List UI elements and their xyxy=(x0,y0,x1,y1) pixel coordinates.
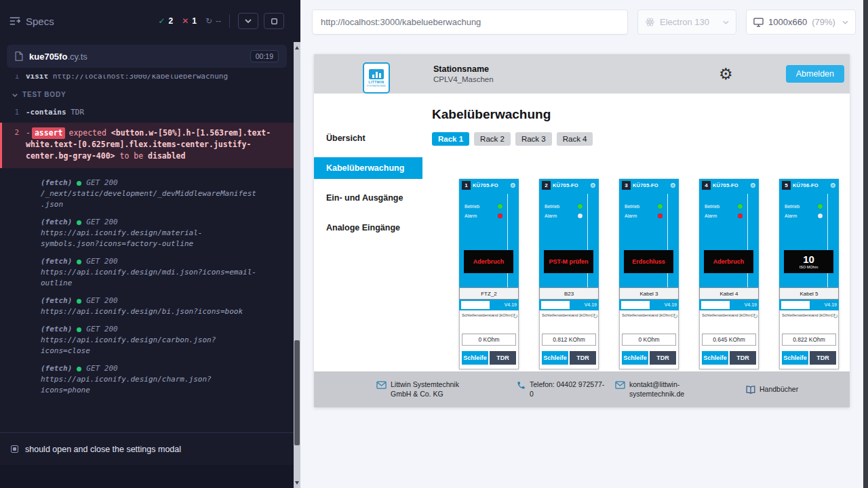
fetch-method-status: GET 200 xyxy=(86,256,117,267)
fetch-log-entry[interactable]: (fetch) GET 200 https://api.iconify.desi… xyxy=(41,217,294,249)
command-contains[interactable]: 1 -contains TDR xyxy=(0,106,294,119)
firmware-version: V4.19 xyxy=(665,302,677,307)
footer-contact-item[interactable]: Telefon: 04402 972577-0 xyxy=(517,380,606,399)
betrieb-led xyxy=(738,204,743,209)
stat-pending[interactable]: ↻-- xyxy=(205,16,221,26)
reporter-scrollbar[interactable] xyxy=(294,0,300,488)
app-nav: Übersicht Kabelüberwachung Ein- und Ausg… xyxy=(314,94,422,407)
refresh-icon[interactable]: ↻ xyxy=(753,313,758,319)
fetch-tag: (fetch) xyxy=(41,324,72,335)
station-label: Stationsname xyxy=(433,64,494,74)
measurement-value: 0.645 KOhm xyxy=(702,333,756,346)
status-ok-dot xyxy=(77,299,81,304)
schleife-button[interactable]: Schleife xyxy=(622,351,648,365)
measurement-value: 0.812 KOhm xyxy=(542,333,596,346)
module-cards: 1 KÜ705-FO ⚙ Betrieb Alarm Aderbruch FTZ… xyxy=(459,179,850,369)
address-bar[interactable] xyxy=(312,9,628,35)
scrollbar-thumb[interactable] xyxy=(294,340,300,445)
tdr-button[interactable]: TDR xyxy=(570,351,596,365)
tdr-button[interactable]: TDR xyxy=(490,351,516,365)
module-gear-icon[interactable]: ⚙ xyxy=(670,182,676,189)
window-scrollbar[interactable] xyxy=(863,0,868,488)
cypress-reporter: Specs ✓2 ✕1 ↻-- kue705fo.cy.ts 00:19 1 v… xyxy=(0,0,294,488)
display-box xyxy=(461,301,490,309)
status-ok-dot xyxy=(77,327,81,332)
fetch-log-entry[interactable]: (fetch) GET 200 https://api.iconify.desi… xyxy=(41,363,294,396)
app-header: LITTWIN SYSTEMTECHNIK Stationsname CPLV4… xyxy=(314,54,850,94)
refresh-icon[interactable]: ↻ xyxy=(833,313,838,319)
module-card: 5 KÜ706-FO ⚙ Betrieb Alarm 10 ISO MOhm K… xyxy=(779,179,839,369)
reporter-header: Specs ✓2 ✕1 ↻-- xyxy=(0,0,294,42)
schleife-button[interactable]: Schleife xyxy=(782,351,808,365)
refresh-icon[interactable]: ↻ xyxy=(673,313,678,319)
fetch-tag: (fetch) xyxy=(41,363,72,374)
url-input[interactable] xyxy=(321,17,619,27)
line-number: 2 xyxy=(2,127,26,162)
alarm-label: Alarm xyxy=(465,214,477,218)
refresh-icon[interactable]: ↻ xyxy=(593,313,598,319)
terminal-strip-line xyxy=(667,194,668,287)
collapse-chevron-button[interactable] xyxy=(238,13,258,29)
nav-item-kabelüberwachung[interactable]: Kabelüberwachung xyxy=(314,157,422,179)
x-icon: ✕ xyxy=(182,16,189,26)
module-number: 4 xyxy=(702,181,711,190)
tdr-button[interactable]: TDR xyxy=(650,351,676,365)
refresh-icon[interactable]: ↻ xyxy=(513,313,518,319)
module-gear-icon[interactable]: ⚙ xyxy=(750,182,756,189)
footer-contact-item[interactable]: Littwin Systemtechnik GmbH & Co. KG xyxy=(376,380,480,399)
scroll-up-arrow[interactable] xyxy=(294,43,300,52)
tdr-button[interactable]: TDR xyxy=(810,351,836,365)
status-main: Aderbruch xyxy=(713,258,745,265)
browser-label: Electron 130 xyxy=(660,17,709,27)
schleife-button[interactable]: Schleife xyxy=(702,351,728,365)
nav-item-analoge-eingänge[interactable]: Analoge Eingänge xyxy=(314,217,422,239)
rack-tab-rack-3[interactable]: Rack 3 xyxy=(515,132,552,146)
fetch-log-entry[interactable]: (fetch) GET 200 https://api.iconify.desi… xyxy=(41,296,294,317)
nav-item-übersicht[interactable]: Übersicht xyxy=(314,127,422,149)
spec-file-row[interactable]: kue705fo.cy.ts 00:19 xyxy=(7,45,287,68)
fetch-log-entry[interactable]: (fetch) GET 200 https://api.iconify.desi… xyxy=(41,256,294,289)
footer-contact-item[interactable]: kontakt@littwin-systemtechnik.de xyxy=(615,380,716,399)
alarm-led xyxy=(818,214,823,218)
status-main: 10 xyxy=(803,254,814,264)
module-gear-icon[interactable]: ⚙ xyxy=(510,182,516,189)
footer-item-text: Handbücher xyxy=(760,385,798,394)
module-number: 2 xyxy=(542,181,551,190)
measurement-value: 0 KOhm xyxy=(622,333,676,346)
tdr-button[interactable]: TDR xyxy=(730,351,756,365)
stat-passed[interactable]: ✓2 xyxy=(158,16,173,26)
stat-failed[interactable]: ✕1 xyxy=(182,16,197,26)
betrieb-label: Betrieb xyxy=(465,204,479,209)
command-visit[interactable]: 1 visit http://localhost:3000/kabelueber… xyxy=(0,75,294,82)
module-model: KÜ705-FO xyxy=(553,182,578,188)
specs-menu[interactable]: Specs xyxy=(9,16,54,27)
viewport-select[interactable]: 1000x660 (79%) xyxy=(746,9,856,35)
logo-subtext: SYSTEMTECHNIK xyxy=(367,85,386,87)
fetch-tag: (fetch) xyxy=(41,217,72,228)
fetch-log-entry[interactable]: (fetch) GET 200 /_next/static/developmen… xyxy=(41,178,294,210)
schleife-button[interactable]: Schleife xyxy=(462,351,488,365)
rack-tab-rack-1[interactable]: Rack 1 xyxy=(432,132,469,146)
module-gear-icon[interactable]: ⚙ xyxy=(830,182,836,189)
test-body-section[interactable]: TEST BODY xyxy=(0,82,294,106)
nav-item-ein-und-ausgänge[interactable]: Ein- und Ausgänge xyxy=(314,187,422,209)
stop-icon xyxy=(271,18,277,24)
module-gear-icon[interactable]: ⚙ xyxy=(590,182,596,189)
footer-contact-item[interactable]: Handbücher xyxy=(746,385,798,394)
fetch-log-entry[interactable]: (fetch) GET 200 https://api.iconify.desi… xyxy=(41,324,294,357)
settings-gear-icon[interactable]: ⚙ xyxy=(719,66,733,82)
next-test-row[interactable]: should open and close the settings modal xyxy=(0,432,294,465)
fetch-url: https://api.iconify.design/mdi.json?icon… xyxy=(41,267,259,289)
fetch-method-status: GET 200 xyxy=(86,324,117,335)
scroll-down-arrow[interactable] xyxy=(294,478,300,487)
browser-select[interactable]: Electron 130 xyxy=(637,9,736,35)
rack-tab-rack-4[interactable]: Rack 4 xyxy=(557,132,593,146)
rack-tab-rack-2[interactable]: Rack 2 xyxy=(474,132,511,146)
schleife-button[interactable]: Schleife xyxy=(542,351,568,365)
scrollbar-track[interactable] xyxy=(294,42,300,488)
stop-button[interactable] xyxy=(264,13,284,29)
measurement-label: Schleifenwiderstand [kOhm] xyxy=(462,313,513,317)
fetch-method-status: GET 200 xyxy=(86,217,117,228)
command-assert-failed[interactable]: 2 -assertexpected <button.w-[50%].h-[1.5… xyxy=(0,123,294,168)
logout-button[interactable]: Abmelden xyxy=(786,65,844,83)
